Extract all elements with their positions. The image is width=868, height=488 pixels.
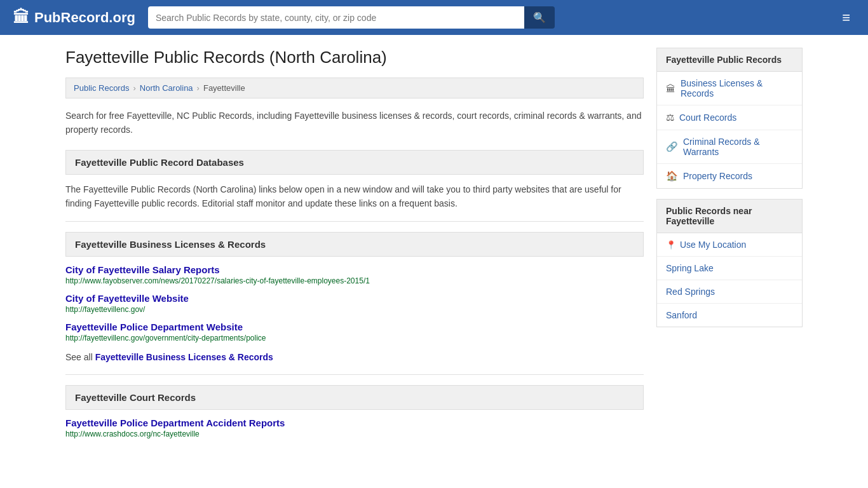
sidebar-item-property[interactable]: 🏠 Property Records bbox=[657, 164, 802, 188]
location-pin-icon: 📍 bbox=[666, 240, 676, 250]
divider-1 bbox=[65, 221, 644, 222]
link-police-dept[interactable]: Fayetteville Police Department Website bbox=[65, 322, 644, 332]
url-salary-reports: http://www.fayobserver.com/news/20170227… bbox=[65, 276, 644, 285]
search-container: 🔍 bbox=[148, 6, 555, 29]
use-my-location-label: Use My Location bbox=[680, 240, 746, 250]
sidebar-item-court[interactable]: ⚖ Court Records bbox=[657, 105, 802, 130]
search-button[interactable]: 🔍 bbox=[524, 6, 555, 29]
link-fayetteville-website[interactable]: City of Fayetteville Website bbox=[65, 293, 644, 304]
databases-section-body: The Fayetteville Public Records (North C… bbox=[65, 182, 644, 221]
sidebar-nearby-box: Public Records near Fayetteville 📍 Use M… bbox=[656, 199, 803, 327]
sidebar-criminal-label: Criminal Records & Warrants bbox=[683, 137, 793, 157]
search-icon: 🔍 bbox=[533, 12, 546, 23]
court-section-body: Fayetteville Police Department Accident … bbox=[65, 417, 644, 456]
business-section-header: Fayetteville Business Licenses & Records bbox=[65, 232, 644, 257]
sidebar-use-my-location[interactable]: 📍 Use My Location bbox=[657, 233, 802, 257]
databases-description: The Fayetteville Public Records (North C… bbox=[65, 182, 644, 211]
sidebar-nearby-spring-lake[interactable]: Spring Lake bbox=[657, 257, 802, 280]
link-accident-reports[interactable]: Fayetteville Police Department Accident … bbox=[65, 417, 644, 428]
court-icon: ⚖ bbox=[666, 112, 674, 123]
page-title: Fayetteville Public Records (North Carol… bbox=[65, 48, 644, 67]
url-fayetteville-website: http://fayettevillenc.gov/ bbox=[65, 305, 644, 314]
sidebar-records-box: Fayetteville Public Records 🏛 Business L… bbox=[656, 48, 803, 189]
link-salary-reports[interactable]: City of Fayetteville Salary Reports bbox=[65, 264, 644, 275]
see-all-business: See all Fayetteville Business Licenses &… bbox=[65, 350, 644, 364]
header: 🏛 PubRecord.org 🔍 ≡ bbox=[0, 0, 868, 35]
sidebar-item-business[interactable]: 🏛 Business Licenses & Records bbox=[657, 72, 802, 105]
see-all-prefix: See all bbox=[65, 352, 95, 362]
logo-icon: 🏛 bbox=[13, 8, 29, 27]
breadcrumb-state[interactable]: North Carolina bbox=[140, 83, 193, 93]
logo-text: PubRecord.org bbox=[34, 10, 135, 26]
databases-section-header: Fayetteville Public Record Databases bbox=[65, 150, 644, 175]
search-input[interactable] bbox=[148, 6, 524, 29]
menu-button[interactable]: ≡ bbox=[837, 7, 855, 29]
sidebar-nearby-sanford[interactable]: Sanford bbox=[657, 304, 802, 327]
logo[interactable]: 🏛 PubRecord.org bbox=[13, 8, 135, 27]
sidebar-nearby-title: Public Records near Fayetteville bbox=[657, 200, 802, 233]
page-description: Search for free Fayetteville, NC Public … bbox=[65, 109, 644, 137]
sidebar-records-title: Fayetteville Public Records bbox=[657, 48, 802, 72]
see-all-business-link[interactable]: Fayetteville Business Licenses & Records bbox=[95, 352, 273, 362]
breadcrumb-city: Fayetteville bbox=[203, 83, 245, 93]
sidebar-item-criminal[interactable]: 🔗 Criminal Records & Warrants bbox=[657, 130, 802, 164]
sidebar: Fayetteville Public Records 🏛 Business L… bbox=[656, 48, 803, 456]
business-section-body: City of Fayetteville Salary Reports http… bbox=[65, 264, 644, 374]
breadcrumb-public-records[interactable]: Public Records bbox=[74, 83, 129, 93]
criminal-icon: 🔗 bbox=[666, 141, 678, 152]
divider-2 bbox=[65, 374, 644, 375]
main-container: Fayetteville Public Records (North Carol… bbox=[53, 35, 815, 469]
content: Fayetteville Public Records (North Carol… bbox=[65, 48, 644, 456]
property-icon: 🏠 bbox=[666, 170, 678, 182]
court-section-header: Fayetteville Court Records bbox=[65, 385, 644, 410]
breadcrumb-sep-1: › bbox=[133, 83, 135, 93]
breadcrumb: Public Records › North Carolina › Fayett… bbox=[65, 78, 644, 98]
menu-icon: ≡ bbox=[842, 10, 850, 25]
url-police-dept: http://fayettevillenc.gov/government/cit… bbox=[65, 334, 644, 342]
business-icon: 🏛 bbox=[666, 83, 675, 94]
breadcrumb-sep-2: › bbox=[197, 83, 200, 93]
sidebar-nearby-red-springs[interactable]: Red Springs bbox=[657, 280, 802, 304]
sidebar-court-label: Court Records bbox=[679, 112, 736, 123]
sidebar-property-label: Property Records bbox=[683, 171, 752, 181]
url-accident-reports: http://www.crashdocs.org/nc-fayetteville bbox=[65, 430, 644, 438]
sidebar-business-label: Business Licenses & Records bbox=[681, 78, 793, 98]
